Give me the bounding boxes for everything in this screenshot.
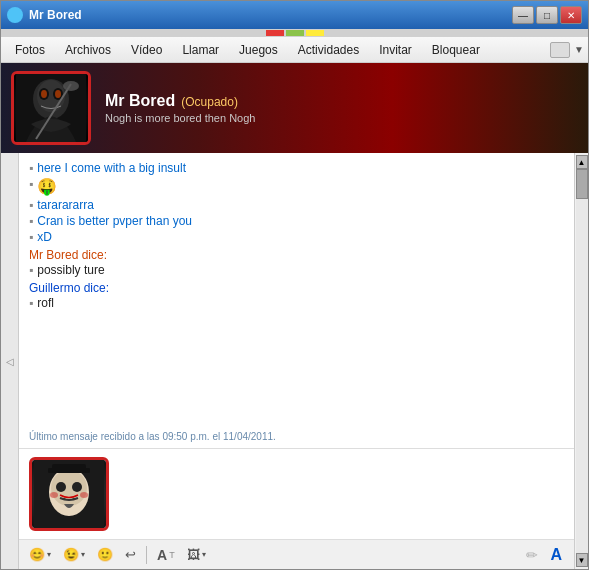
avatar-image <box>14 74 88 142</box>
scroll-down-button[interactable]: ▼ <box>576 553 588 567</box>
svg-point-8 <box>63 81 79 91</box>
font-size-indicator: T <box>169 550 175 560</box>
scroll-thumb[interactable] <box>576 169 588 199</box>
chevron-left-icon: ◁ <box>6 356 14 367</box>
scroll-up-button[interactable]: ▲ <box>576 155 588 169</box>
list-item: ▪ possibly ture <box>29 263 564 277</box>
message-text: Cran is better pvper than you <box>37 214 192 228</box>
color-indicator-bar <box>266 30 324 36</box>
window-title: Mr Bored <box>29 8 512 22</box>
action-button[interactable]: ↩ <box>121 545 140 564</box>
bullet-icon: ▪ <box>29 230 33 244</box>
dropdown-chevron: ▾ <box>202 550 206 559</box>
list-item: ▪ here I come with a big insult <box>29 161 564 175</box>
color-bar-green <box>286 30 304 36</box>
messages-container: ▪ here I come with a big insult ▪ 🤑 ▪ ta… <box>19 153 574 427</box>
pencil-icon: ✏ <box>526 547 538 563</box>
list-item: ▪ 🤑 <box>29 177 564 196</box>
bullet-icon: ▪ <box>29 161 33 175</box>
close-button[interactable]: ✕ <box>560 6 582 24</box>
color-bar-red <box>266 30 284 36</box>
list-item: ▪ Cran is better pvper than you <box>29 214 564 228</box>
emoji-button[interactable]: 😊 ▾ <box>25 545 55 564</box>
profile-status: (Ocupado) <box>181 95 238 109</box>
svg-rect-15 <box>52 464 86 473</box>
message-emoji: 🤑 <box>37 177 57 196</box>
main-content: ◁ ▪ here I come with a big insult ▪ 🤑 ▪ … <box>1 153 588 569</box>
send-button[interactable]: A <box>544 544 568 566</box>
font-icon: A <box>157 547 167 563</box>
message-text: possibly ture <box>37 263 104 277</box>
bullet-icon: ▪ <box>29 198 33 212</box>
emoticon-button[interactable]: 🙂 <box>93 545 117 564</box>
input-section <box>19 448 574 539</box>
svg-point-5 <box>41 90 47 98</box>
svg-point-12 <box>56 482 66 492</box>
menu-archivos[interactable]: Archivos <box>55 40 121 60</box>
bullet-icon: ▪ <box>29 214 33 228</box>
profile-avatar <box>11 71 91 145</box>
bullet-icon: ▪ <box>29 296 33 310</box>
menu-bar: Fotos Archivos Vídeo Llamar Juegos Activ… <box>1 37 588 63</box>
message-text: tararararra <box>37 198 94 212</box>
message-text: here I come with a big insult <box>37 161 186 175</box>
sender-guillermo: Guillermo dice: <box>29 281 564 295</box>
main-window: Mr Bored — □ ✕ Fotos Archivos Vídeo Llam… <box>0 0 589 570</box>
sidebar-toggle[interactable]: ◁ <box>1 153 19 569</box>
message-text: rofl <box>37 296 54 310</box>
svg-point-13 <box>72 482 82 492</box>
text-input-area <box>119 449 574 539</box>
wink-icon: 😉 <box>63 547 79 562</box>
profile-info: Mr Bored (Ocupado) Nogh is more bored th… <box>105 92 255 124</box>
svg-point-17 <box>80 492 88 498</box>
menu-actividades[interactable]: Actividades <box>288 40 369 60</box>
bullet-icon: ▪ <box>29 263 33 277</box>
toolbar-right: ✏ A <box>526 544 568 566</box>
minimize-button[interactable]: — <box>512 6 534 24</box>
font-button[interactable]: A T <box>153 545 179 565</box>
second-avatar-area <box>19 449 119 539</box>
sender-mr-bored: Mr Bored dice: <box>29 248 564 262</box>
list-item: ▪ xD <box>29 230 564 244</box>
smiley-icon: 😊 <box>29 547 45 562</box>
dropdown-arrow[interactable]: ▼ <box>574 44 584 55</box>
menu-bloquear[interactable]: Bloquear <box>422 40 490 60</box>
chat-area: ▪ here I come with a big insult ▪ 🤑 ▪ ta… <box>19 153 574 569</box>
scroll-track <box>576 169 588 553</box>
menu-llamar[interactable]: Llamar <box>172 40 229 60</box>
window-controls: — □ ✕ <box>512 6 582 24</box>
image-icon: 🖼 <box>187 547 200 562</box>
profile-subtitle: Nogh is more bored then Nogh <box>105 112 255 124</box>
last-message-note: Último mensaje recibido a las 09:50 p.m.… <box>19 427 574 448</box>
bullet-icon: ▪ <box>29 177 33 191</box>
list-item: ▪ tararararra <box>29 198 564 212</box>
emoticon-icon: 🙂 <box>97 547 113 562</box>
app-icon <box>7 7 23 23</box>
svg-point-6 <box>55 90 61 98</box>
menu-juegos[interactable]: Juegos <box>229 40 288 60</box>
profile-header: Mr Bored (Ocupado) Nogh is more bored th… <box>1 63 588 153</box>
list-item: ▪ rofl <box>29 296 564 310</box>
menu-invitar[interactable]: Invitar <box>369 40 422 60</box>
avatar-image-2 <box>32 460 106 528</box>
toolbar: 😊 ▾ 😉 ▾ 🙂 ↩ A T 🖼 <box>19 539 574 569</box>
menu-fotos[interactable]: Fotos <box>5 40 55 60</box>
svg-point-16 <box>50 492 58 498</box>
wink-button[interactable]: 😉 ▾ <box>59 545 89 564</box>
scrollbar[interactable]: ▲ ▼ <box>574 153 588 569</box>
image-insert-button[interactable]: 🖼 ▾ <box>183 545 210 564</box>
action-icon: ↩ <box>125 547 136 562</box>
profile-name: Mr Bored <box>105 92 175 110</box>
message-text: xD <box>37 230 52 244</box>
options-button[interactable] <box>550 42 570 58</box>
maximize-button[interactable]: □ <box>536 6 558 24</box>
title-bar: Mr Bored — □ ✕ <box>1 1 588 29</box>
second-avatar <box>29 457 109 531</box>
dropdown-chevron: ▾ <box>81 550 85 559</box>
menu-video[interactable]: Vídeo <box>121 40 172 60</box>
message-input[interactable] <box>119 449 574 509</box>
dropdown-chevron: ▾ <box>47 550 51 559</box>
separator-1 <box>146 546 147 564</box>
color-bar-yellow <box>306 30 324 36</box>
